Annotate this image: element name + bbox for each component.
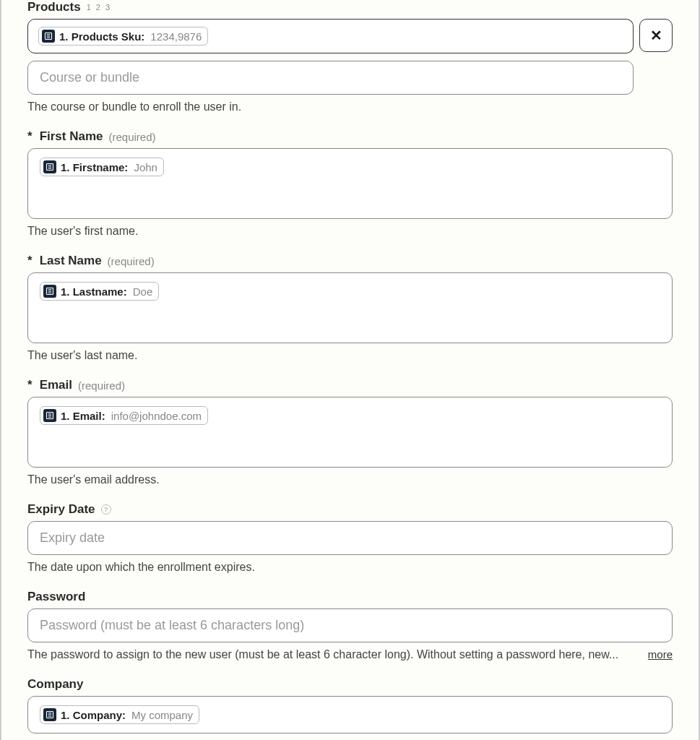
password-label: Password [27,590,85,604]
chip-label: 1. Firstname: [61,161,128,173]
expiry-input[interactable] [27,521,673,555]
email-help: The user's email address. [27,473,673,486]
required-text: (required) [109,131,156,143]
chip-label: 1. Products Sku: [59,30,144,43]
company-input[interactable]: 1. Company: My company [27,696,673,733]
first-name-chip[interactable]: 1. Firstname: John [40,158,164,176]
required-text: (required) [78,379,125,392]
chip-label: 1. Company: [61,709,126,721]
products-section: Products 1 2 3 1. Products Sku: 1234,987… [27,0,673,113]
required-asterisk: * [27,254,33,268]
first-name-input[interactable]: 1. Firstname: John [27,148,673,219]
products-label: Products [27,0,81,14]
last-name-help: The user's last name. [27,349,673,362]
email-chip[interactable]: 1. Email: info@johndoe.com [40,406,208,425]
chip-value: John [134,161,157,173]
data-source-icon [42,30,55,43]
email-input[interactable]: 1. Email: info@johndoe.com [27,397,673,468]
required-asterisk: * [27,129,33,144]
info-icon[interactable]: ? [101,504,111,515]
last-name-section: * Last Name (required) 1. Lastname: Doe … [27,254,673,362]
last-name-input[interactable]: 1. Lastname: Doe [27,272,673,343]
data-source-icon [43,708,56,721]
chip-label: 1. Lastname: [61,285,127,298]
company-chip[interactable]: 1. Company: My company [40,705,199,724]
company-section: Company 1. Company: My company [27,677,673,733]
email-label: Email [40,378,72,392]
expiry-section: Expiry Date ? The date upon which the en… [27,502,673,574]
password-input[interactable] [27,608,673,642]
last-name-chip[interactable]: 1. Lastname: Doe [40,282,159,301]
data-source-icon [43,409,56,422]
password-help: The password to assign to the new user (… [27,648,618,661]
course-bundle-input[interactable] [27,61,634,95]
first-name-section: * First Name (required) 1. Firstname: Jo… [27,129,673,238]
products-help: The course or bundle to enroll the user … [27,100,673,113]
data-source-icon [43,285,56,298]
password-section: Password The password to assign to the n… [27,590,673,661]
expiry-help: The date upon which the enrollment expir… [27,561,673,574]
last-name-label: Last Name [40,254,102,268]
required-asterisk: * [27,378,33,392]
products-chip[interactable]: 1. Products Sku: 1234,9876 [38,27,208,46]
products-dropdown-toggle[interactable] [603,19,634,53]
clear-products-button[interactable]: ✕ [639,19,673,52]
chip-value: Doe [133,285,153,298]
close-icon: ✕ [650,27,662,44]
chip-value: My company [131,709,193,721]
chip-label: 1. Email: [61,410,105,422]
first-name-label: First Name [40,129,103,144]
data-source-icon [43,160,56,173]
expiry-label: Expiry Date [27,502,95,517]
required-text: (required) [108,255,155,267]
products-input[interactable]: 1. Products Sku: 1234,9876 [27,19,606,53]
first-name-help: The user's first name. [27,225,673,238]
more-link[interactable]: more [648,648,673,661]
company-label: Company [27,677,83,692]
chip-value: 1234,9876 [150,30,202,43]
email-section: * Email (required) 1. Email: info@johndo… [27,378,673,486]
products-badge: 1 2 3 [87,3,111,12]
chip-value: info@johndoe.com [111,410,202,422]
